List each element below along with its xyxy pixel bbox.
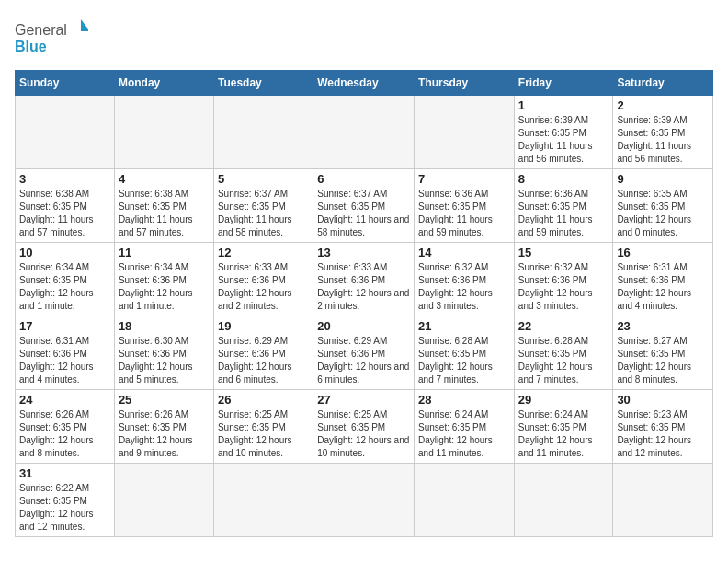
calendar-cell: 18Sunrise: 6:30 AM Sunset: 6:36 PM Dayli… [114,316,213,390]
day-number: 10 [19,246,110,259]
calendar-cell: 17Sunrise: 6:31 AM Sunset: 6:36 PM Dayli… [16,316,115,390]
day-header-saturday: Saturday [613,71,713,96]
day-header-friday: Friday [514,71,613,96]
day-number: 27 [317,393,410,407]
day-number: 17 [19,319,110,333]
day-number: 6 [317,172,410,186]
calendar-week-3: 10Sunrise: 6:34 AM Sunset: 6:35 PM Dayli… [16,243,713,316]
svg-text:General: General [15,22,67,38]
day-info: Sunrise: 6:36 AM Sunset: 6:35 PM Dayligh… [518,188,609,239]
day-info: Sunrise: 6:28 AM Sunset: 6:35 PM Dayligh… [418,335,510,386]
calendar-cell: 29Sunrise: 6:24 AM Sunset: 6:35 PM Dayli… [514,390,613,464]
day-number: 8 [518,172,609,186]
day-info: Sunrise: 6:33 AM Sunset: 6:36 PM Dayligh… [218,261,309,313]
day-info: Sunrise: 6:22 AM Sunset: 6:35 PM Dayligh… [19,482,110,534]
calendar-cell [313,464,415,537]
day-number: 21 [418,319,510,333]
day-info: Sunrise: 6:39 AM Sunset: 6:35 PM Dayligh… [518,114,609,166]
calendar-week-2: 3Sunrise: 6:38 AM Sunset: 6:35 PM Daylig… [16,169,713,243]
day-number: 26 [218,393,309,407]
calendar-cell: 25Sunrise: 6:26 AM Sunset: 6:35 PM Dayli… [114,390,213,464]
day-header-thursday: Thursday [415,71,515,96]
calendar-cell [313,96,415,169]
day-number: 4 [119,172,210,186]
day-info: Sunrise: 6:26 AM Sunset: 6:35 PM Dayligh… [119,408,210,460]
day-header-sunday: Sunday [16,71,115,96]
calendar-cell: 10Sunrise: 6:34 AM Sunset: 6:35 PM Dayli… [16,243,115,316]
calendar-cell: 7Sunrise: 6:36 AM Sunset: 6:35 PM Daylig… [415,169,515,243]
day-info: Sunrise: 6:24 AM Sunset: 6:35 PM Dayligh… [518,408,609,460]
day-info: Sunrise: 6:37 AM Sunset: 6:35 PM Dayligh… [218,188,309,239]
day-number: 2 [617,98,709,112]
calendar-cell: 24Sunrise: 6:26 AM Sunset: 6:35 PM Dayli… [16,390,115,464]
day-info: Sunrise: 6:36 AM Sunset: 6:35 PM Dayligh… [418,188,510,239]
day-info: Sunrise: 6:38 AM Sunset: 6:35 PM Dayligh… [119,188,210,239]
calendar-cell: 26Sunrise: 6:25 AM Sunset: 6:35 PM Dayli… [213,390,313,464]
calendar-cell: 27Sunrise: 6:25 AM Sunset: 6:35 PM Dayli… [313,390,415,464]
day-info: Sunrise: 6:26 AM Sunset: 6:35 PM Dayligh… [19,408,110,460]
calendar-cell: 8Sunrise: 6:36 AM Sunset: 6:35 PM Daylig… [514,169,613,243]
calendar-cell: 30Sunrise: 6:23 AM Sunset: 6:35 PM Dayli… [613,390,713,464]
calendar-cell: 1Sunrise: 6:39 AM Sunset: 6:35 PM Daylig… [514,96,613,169]
day-number: 16 [617,246,709,259]
calendar-cell [613,464,713,537]
logo-svg: General Blue [15,15,88,61]
calendar-cell [114,464,213,537]
day-number: 11 [119,246,210,259]
day-info: Sunrise: 6:32 AM Sunset: 6:36 PM Dayligh… [418,261,510,313]
day-info: Sunrise: 6:33 AM Sunset: 6:36 PM Dayligh… [317,261,410,313]
day-number: 12 [218,246,309,259]
day-number: 5 [218,172,309,186]
calendar-cell [415,464,515,537]
calendar-week-6: 31Sunrise: 6:22 AM Sunset: 6:35 PM Dayli… [16,464,713,537]
day-number: 19 [218,319,309,333]
calendar-cell: 23Sunrise: 6:27 AM Sunset: 6:35 PM Dayli… [613,316,713,390]
day-number: 14 [418,246,510,259]
calendar-cell [16,96,115,169]
calendar-cell: 9Sunrise: 6:35 AM Sunset: 6:35 PM Daylig… [613,169,713,243]
day-number: 7 [418,172,510,186]
day-info: Sunrise: 6:37 AM Sunset: 6:35 PM Dayligh… [317,188,410,239]
calendar-cell [514,464,613,537]
calendar-cell [213,464,313,537]
day-info: Sunrise: 6:31 AM Sunset: 6:36 PM Dayligh… [19,335,110,386]
day-info: Sunrise: 6:23 AM Sunset: 6:35 PM Dayligh… [617,408,709,460]
day-number: 1 [518,98,609,112]
calendar-cell: 14Sunrise: 6:32 AM Sunset: 6:36 PM Dayli… [415,243,515,316]
calendar-cell: 28Sunrise: 6:24 AM Sunset: 6:35 PM Dayli… [415,390,515,464]
calendar-cell: 2Sunrise: 6:39 AM Sunset: 6:35 PM Daylig… [613,96,713,169]
calendar-cell: 4Sunrise: 6:38 AM Sunset: 6:35 PM Daylig… [114,169,213,243]
day-info: Sunrise: 6:34 AM Sunset: 6:35 PM Dayligh… [19,261,110,313]
day-info: Sunrise: 6:25 AM Sunset: 6:35 PM Dayligh… [218,408,309,460]
day-info: Sunrise: 6:32 AM Sunset: 6:36 PM Dayligh… [518,261,609,313]
svg-text:Blue: Blue [15,39,47,54]
day-number: 23 [617,319,709,333]
day-number: 31 [19,466,110,480]
calendar-week-4: 17Sunrise: 6:31 AM Sunset: 6:36 PM Dayli… [16,316,713,390]
day-info: Sunrise: 6:39 AM Sunset: 6:35 PM Dayligh… [617,114,709,166]
calendar-week-1: 1Sunrise: 6:39 AM Sunset: 6:35 PM Daylig… [16,96,713,169]
day-info: Sunrise: 6:31 AM Sunset: 6:36 PM Dayligh… [617,261,709,313]
day-info: Sunrise: 6:30 AM Sunset: 6:36 PM Dayligh… [119,335,210,386]
day-info: Sunrise: 6:25 AM Sunset: 6:35 PM Dayligh… [317,408,410,460]
day-info: Sunrise: 6:29 AM Sunset: 6:36 PM Dayligh… [218,335,309,386]
calendar-cell: 20Sunrise: 6:29 AM Sunset: 6:36 PM Dayli… [313,316,415,390]
day-number: 22 [518,319,609,333]
calendar-cell: 31Sunrise: 6:22 AM Sunset: 6:35 PM Dayli… [16,464,115,537]
day-number: 30 [617,393,709,407]
calendar-cell: 22Sunrise: 6:28 AM Sunset: 6:35 PM Dayli… [514,316,613,390]
day-number: 3 [19,172,110,186]
svg-marker-2 [81,19,88,31]
day-number: 24 [19,393,110,407]
day-info: Sunrise: 6:27 AM Sunset: 6:35 PM Dayligh… [617,335,709,386]
calendar-cell: 16Sunrise: 6:31 AM Sunset: 6:36 PM Dayli… [613,243,713,316]
day-info: Sunrise: 6:35 AM Sunset: 6:35 PM Dayligh… [617,188,709,239]
day-number: 29 [518,393,609,407]
calendar-cell: 12Sunrise: 6:33 AM Sunset: 6:36 PM Dayli… [213,243,313,316]
day-number: 20 [317,319,410,333]
day-number: 18 [119,319,210,333]
calendar-cell: 3Sunrise: 6:38 AM Sunset: 6:35 PM Daylig… [16,169,115,243]
day-info: Sunrise: 6:29 AM Sunset: 6:36 PM Dayligh… [317,335,410,386]
calendar-table: SundayMondayTuesdayWednesdayThursdayFrid… [15,70,713,537]
day-info: Sunrise: 6:38 AM Sunset: 6:35 PM Dayligh… [19,188,110,239]
